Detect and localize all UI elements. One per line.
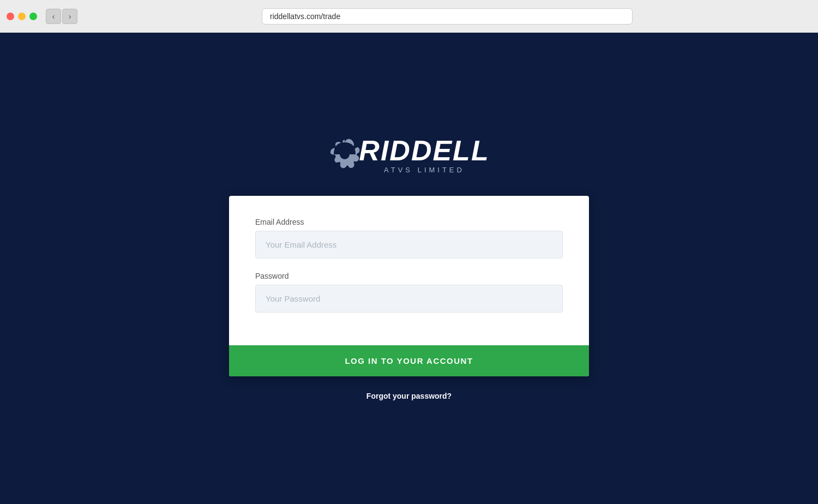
traffic-lights xyxy=(7,13,37,20)
logo-container: RIDDELL ATVS LIMITED xyxy=(328,136,489,174)
back-button[interactable]: ‹ xyxy=(46,9,61,24)
login-button[interactable]: LOG IN TO YOUR ACCOUNT xyxy=(229,345,589,376)
logo-text-block: RIDDELL ATVS LIMITED xyxy=(359,136,489,174)
address-bar[interactable]: riddellatvs.com/trade xyxy=(262,8,633,25)
email-label: Email Address xyxy=(255,218,563,226)
email-field-group: Email Address xyxy=(255,218,563,259)
page-content: RIDDELL ATVS LIMITED Email Address Passw… xyxy=(0,33,818,504)
browser-chrome: ‹ › riddellatvs.com/trade xyxy=(0,0,818,33)
logo-subtitle: ATVS LIMITED xyxy=(384,166,465,174)
nav-buttons: ‹ › xyxy=(46,9,77,24)
email-input[interactable] xyxy=(255,231,563,259)
maximize-button[interactable] xyxy=(29,13,37,20)
forgot-password-link[interactable]: Forgot your password? xyxy=(366,392,452,400)
minimize-button[interactable] xyxy=(18,13,26,20)
gear-icon xyxy=(328,138,361,171)
password-input[interactable] xyxy=(255,285,563,313)
password-field-group: Password xyxy=(255,272,563,313)
password-label: Password xyxy=(255,272,563,280)
login-card: Email Address Password LOG IN TO YOUR AC… xyxy=(229,196,589,376)
forward-button[interactable]: › xyxy=(62,9,77,24)
card-body: Email Address Password xyxy=(229,196,589,345)
logo-brand: RIDDELL xyxy=(359,136,489,165)
close-button[interactable] xyxy=(7,13,14,20)
logo-area: RIDDELL ATVS LIMITED xyxy=(328,136,489,174)
